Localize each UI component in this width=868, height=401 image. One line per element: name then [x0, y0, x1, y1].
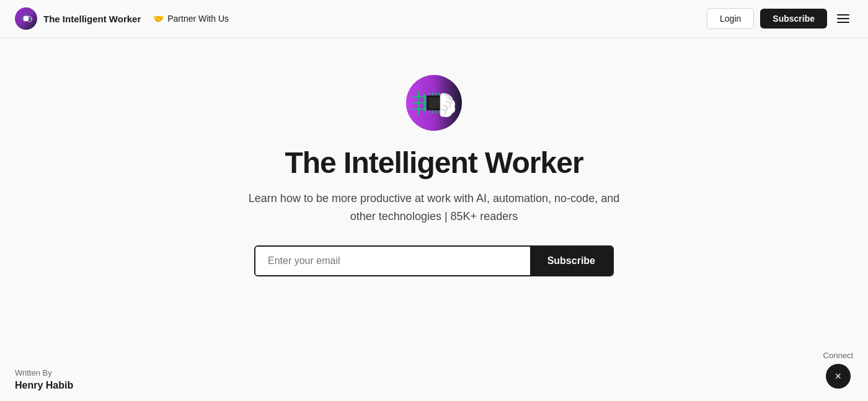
svg-point-16 — [423, 95, 426, 98]
main-subtitle: Learn how to be more productive at work … — [248, 190, 620, 226]
main-logo-circle — [406, 75, 462, 131]
email-input[interactable] — [255, 247, 530, 275]
written-by-section: Written By Henry Habib — [15, 368, 73, 391]
hamburger-menu-button[interactable] — [833, 11, 853, 27]
header-left: The Intelligent Worker 🤝 Partner With Us — [15, 7, 229, 30]
hamburger-line-1 — [837, 14, 849, 15]
connect-label: Connect — [823, 351, 853, 360]
hamburger-line-2 — [837, 18, 849, 19]
written-by-label: Written By — [15, 368, 73, 377]
connect-area: Connect × — [823, 351, 853, 389]
main-content: The Intelligent Worker Learn how to be m… — [0, 38, 868, 276]
close-connect-button[interactable]: × — [826, 364, 851, 389]
site-logo-icon — [15, 7, 37, 30]
logo-link[interactable]: The Intelligent Worker — [15, 7, 141, 30]
header: The Intelligent Worker 🤝 Partner With Us… — [0, 0, 868, 38]
svg-point-15 — [417, 108, 420, 110]
hamburger-line-3 — [837, 22, 849, 23]
svg-point-14 — [417, 102, 420, 104]
svg-point-13 — [417, 95, 420, 98]
header-subscribe-button[interactable]: Subscribe — [760, 9, 827, 29]
svg-rect-19 — [428, 97, 440, 108]
svg-rect-5 — [24, 16, 29, 21]
partner-emoji: 🤝 — [153, 14, 164, 24]
login-button[interactable]: Login — [707, 8, 754, 29]
subscribe-form: Subscribe — [254, 245, 614, 276]
footer: Written By Henry Habib Connect × — [0, 341, 868, 401]
partner-label: Partner With Us — [167, 14, 229, 24]
site-name: The Intelligent Worker — [43, 14, 141, 24]
main-title: The Intelligent Worker — [285, 146, 583, 180]
header-right: Login Subscribe — [707, 8, 853, 29]
author-name: Henry Habib — [15, 380, 73, 391]
main-subscribe-button[interactable]: Subscribe — [530, 247, 613, 275]
partner-link[interactable]: 🤝 Partner With Us — [153, 14, 229, 24]
